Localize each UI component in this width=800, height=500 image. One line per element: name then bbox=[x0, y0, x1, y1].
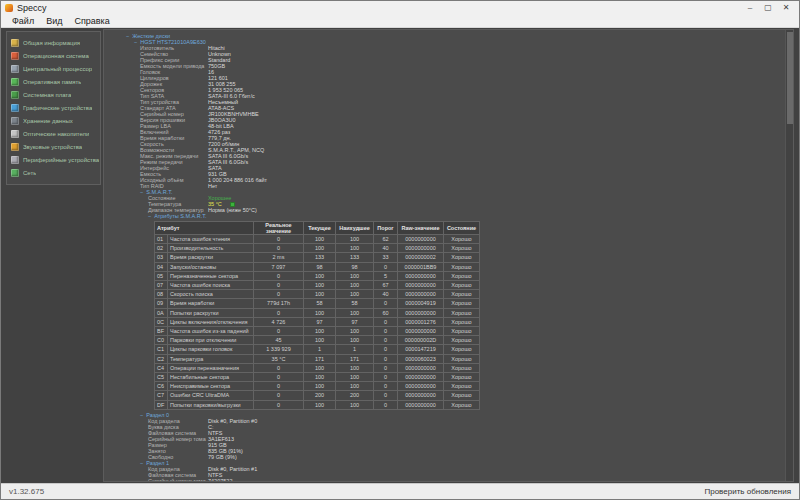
sidebar-item[interactable]: Оперативная память bbox=[11, 75, 100, 88]
header-raw-value: Raw-значение bbox=[398, 222, 444, 235]
maximize-button[interactable]: ▢ bbox=[759, 1, 777, 15]
speccy-logo-icon bbox=[5, 4, 13, 12]
partition-field-row: Серийный номер тома 74207522 bbox=[104, 478, 793, 482]
smart-attribute-row: C0 Парковки при отключении 45 100 100 0 … bbox=[155, 336, 480, 345]
attribute-raw-value: 0000000000 bbox=[398, 400, 444, 409]
attribute-threshold: 0 bbox=[374, 400, 398, 409]
attribute-status: Хорошо bbox=[444, 235, 480, 244]
attribute-raw-value: 0000000000 bbox=[398, 391, 444, 400]
attribute-current: 100 bbox=[304, 363, 336, 372]
attribute-worst: 100 bbox=[336, 244, 374, 253]
header-worst: Наихудшее bbox=[336, 222, 374, 235]
sidebar-item-label: Сеть bbox=[23, 170, 36, 176]
storage-tree: Жесткие диски HGST HTS721010A9E630 Изгот… bbox=[104, 33, 793, 482]
sidebar-item-label: Графические устройства bbox=[23, 105, 92, 111]
attribute-threshold: 0 bbox=[374, 382, 398, 391]
smart-attribute-row: 03 Время раскрутки 2 ms 133 133 33 00000… bbox=[155, 253, 480, 262]
attribute-real-value: 0 bbox=[254, 400, 304, 409]
attribute-status: Хорошо bbox=[444, 327, 480, 336]
attribute-status: Хорошо bbox=[444, 308, 480, 317]
sidebar-item[interactable]: Общая информация bbox=[11, 36, 100, 49]
tree-node-smart-attributes[interactable]: Атрибуты S.M.A.R.T. bbox=[154, 213, 206, 219]
status-bar: v1.32.675 Проверить обновления bbox=[1, 483, 799, 499]
smart-attribute-row: C5 Нестабильные сектора 0 100 100 0 0000… bbox=[155, 373, 480, 382]
sidebar-item[interactable]: Оптические накопители bbox=[11, 127, 100, 140]
attribute-worst: 58 bbox=[336, 299, 374, 308]
storage-icon bbox=[11, 117, 19, 125]
sidebar-item[interactable]: Операционная система bbox=[11, 49, 100, 62]
attribute-id: C1 bbox=[155, 345, 168, 354]
attribute-threshold: 0 bbox=[374, 262, 398, 271]
smart-attribute-row: BF Частота ошибок из-за падений 0 100 10… bbox=[155, 327, 480, 336]
sidebar-item-label: Хранение данных bbox=[23, 118, 73, 124]
attribute-threshold: 33 bbox=[374, 253, 398, 262]
minimize-button[interactable]: – bbox=[741, 1, 759, 15]
attribute-id: 07 bbox=[155, 281, 168, 290]
attribute-name: Операции переназначения bbox=[168, 363, 254, 372]
attribute-threshold: 5 bbox=[374, 271, 398, 280]
attribute-threshold: 0 bbox=[374, 354, 398, 363]
sidebar-item[interactable]: Системная плата bbox=[11, 88, 100, 101]
attribute-real-value: 45 bbox=[254, 336, 304, 345]
attribute-status: Хорошо bbox=[444, 317, 480, 326]
sidebar-item[interactable]: Звуковые устройства bbox=[11, 140, 100, 153]
smart-attribute-row: 09 Время наработки 779d 17h 58 58 0 0000… bbox=[155, 299, 480, 308]
attribute-current: 100 bbox=[304, 281, 336, 290]
menu-item[interactable]: Вид bbox=[40, 15, 68, 28]
header-threshold: Порог bbox=[374, 222, 398, 235]
title-bar[interactable]: Speccy – ▢ ✕ bbox=[1, 1, 799, 15]
attribute-real-value: 0 bbox=[254, 271, 304, 280]
attribute-worst: 97 bbox=[336, 317, 374, 326]
attribute-id: 08 bbox=[155, 290, 168, 299]
attribute-raw-value: 0000000000 bbox=[398, 244, 444, 253]
attribute-name: Скорость поиска bbox=[168, 290, 254, 299]
attribute-threshold: 40 bbox=[374, 290, 398, 299]
attribute-raw-value: 0000000000 bbox=[398, 382, 444, 391]
header-status: Состояние bbox=[444, 222, 480, 235]
attribute-status: Хорошо bbox=[444, 262, 480, 271]
attribute-status: Хорошо bbox=[444, 271, 480, 280]
attribute-name: Неисправимые сектора bbox=[168, 382, 254, 391]
attribute-current: 100 bbox=[304, 336, 336, 345]
partition-0-fields: Код раздела Disk #0, Partition #0 Буква … bbox=[104, 418, 793, 460]
header-current: Текущее bbox=[304, 222, 336, 235]
attribute-id: 0C bbox=[155, 317, 168, 326]
os-icon bbox=[11, 52, 19, 60]
partition-1-fields: Код раздела Disk #0, Partition #1 Файлов… bbox=[104, 466, 793, 482]
close-button[interactable]: ✕ bbox=[777, 1, 795, 15]
attribute-real-value: 0 bbox=[254, 244, 304, 253]
sidebar-item[interactable]: Хранение данных bbox=[11, 114, 100, 127]
sidebar-item[interactable]: Периферийные устройства bbox=[11, 153, 100, 166]
scrollbar-thumb[interactable] bbox=[787, 32, 793, 124]
attribute-id: 05 bbox=[155, 271, 168, 280]
sidebar-item[interactable]: Сеть bbox=[11, 166, 100, 179]
menu-item[interactable]: Файл bbox=[6, 15, 40, 28]
summary-icon bbox=[11, 39, 19, 47]
attribute-raw-value: 0000001276 bbox=[398, 317, 444, 326]
attribute-current: 100 bbox=[304, 290, 336, 299]
vertical-scrollbar[interactable] bbox=[785, 30, 793, 481]
attribute-id: C0 bbox=[155, 336, 168, 345]
attribute-real-value: 7 097 bbox=[254, 262, 304, 271]
attribute-status: Хорошо bbox=[444, 299, 480, 308]
drive-fields: Изготовитель Hitachi Семейство Unknown П… bbox=[104, 45, 793, 189]
sidebar: Общая информация Операционная система Це… bbox=[6, 31, 101, 185]
sidebar-item[interactable]: Центральный процессор bbox=[11, 62, 100, 75]
smart-attribute-row: 08 Скорость поиска 0 100 100 40 00000000… bbox=[155, 290, 480, 299]
menu-item[interactable]: Справка bbox=[68, 15, 115, 28]
field-value: 74207522 bbox=[208, 478, 232, 482]
sidebar-item-label: Периферийные устройства bbox=[23, 157, 99, 163]
check-updates-link[interactable]: Проверить обновления bbox=[704, 487, 791, 496]
attribute-threshold: 0 bbox=[374, 327, 398, 336]
collapse-icon[interactable] bbox=[148, 213, 151, 219]
attribute-real-value: 0 bbox=[254, 308, 304, 317]
attribute-real-value: 0 bbox=[254, 382, 304, 391]
attribute-real-value: 1 339 929 bbox=[254, 345, 304, 354]
main-panel: Жесткие диски HGST HTS721010A9E630 Изгот… bbox=[103, 29, 794, 482]
attribute-id: 02 bbox=[155, 244, 168, 253]
sidebar-item[interactable]: Графические устройства bbox=[11, 101, 100, 114]
tree-node-smart-attributes-row: Атрибуты S.M.A.R.T. bbox=[104, 213, 793, 219]
motherboard-icon bbox=[11, 91, 19, 99]
app-version: v1.32.675 bbox=[9, 487, 44, 496]
attribute-current: 171 bbox=[304, 354, 336, 363]
